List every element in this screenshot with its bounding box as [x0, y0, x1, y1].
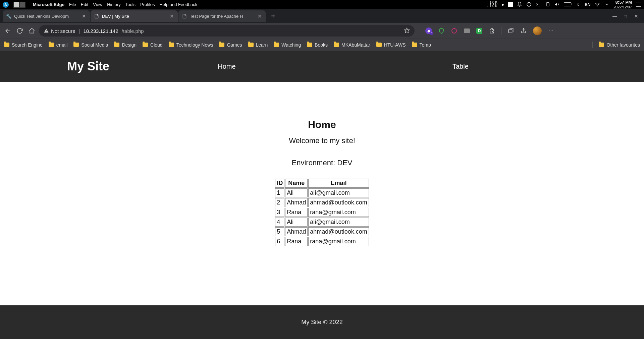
bluetooth-icon[interactable] — [575, 2, 581, 7]
bookmark-label: HTU-AWS — [384, 42, 406, 48]
folder-icon — [219, 43, 224, 47]
extension-lighthouse-icon[interactable]: ◆ — [425, 27, 432, 34]
folder-icon — [599, 43, 604, 47]
nav-home-link[interactable]: Home — [218, 63, 235, 70]
table-cell: Ali — [285, 188, 308, 197]
table-cell: 4 — [275, 218, 284, 227]
input-language[interactable]: EN — [585, 2, 591, 7]
table-cell: ahmad@outlook.com — [308, 198, 369, 207]
share-icon[interactable] — [520, 27, 527, 34]
table-header: Name — [285, 179, 308, 188]
menu-file[interactable]: File — [69, 2, 76, 7]
volume-icon[interactable] — [554, 2, 560, 7]
tray-box-icon[interactable] — [636, 2, 641, 7]
menu-help[interactable]: Help and Feedback — [159, 2, 197, 7]
svg-point-4 — [46, 32, 46, 32]
document-favicon-icon — [182, 13, 187, 19]
bookmark-folder[interactable]: MKAbuMattar — [334, 42, 370, 48]
back-button[interactable] — [4, 27, 11, 35]
maximize-window-button[interactable]: ◻ — [623, 13, 629, 19]
collections-icon[interactable] — [507, 27, 514, 34]
square-indicator-icon — [508, 2, 513, 7]
home-button[interactable] — [28, 27, 36, 35]
power-icon[interactable] — [526, 2, 532, 7]
svg-point-3 — [597, 6, 597, 6]
menu-profiles[interactable]: Profiles — [140, 2, 155, 7]
users-table: IDNameEmail 1Aliali@gmail.com2Ahmadahmad… — [274, 178, 369, 247]
extension-ublock-icon[interactable] — [451, 27, 458, 34]
bookmark-label: Books — [315, 42, 328, 48]
bookmark-folder[interactable]: Learn — [248, 42, 268, 48]
bookmark-folder[interactable]: Temp — [412, 42, 431, 48]
bookmark-folder[interactable]: Search Engine — [4, 42, 43, 48]
bookmark-folder[interactable]: Games — [219, 42, 242, 48]
extension-screenshot-icon[interactable] — [464, 27, 470, 34]
menu-edit[interactable]: Edit — [81, 2, 88, 7]
bookmark-label: Watching — [281, 42, 301, 48]
folder-icon — [73, 43, 79, 47]
table-row: 3Ranarana@gmail.com — [275, 208, 369, 217]
tab-title: Quick Test Jenkins Devlopm — [14, 14, 78, 19]
close-tab-button[interactable]: ✕ — [257, 13, 262, 19]
new-tab-button[interactable]: + — [268, 11, 278, 21]
close-window-button[interactable]: ✕ — [633, 13, 639, 19]
folder-icon — [412, 43, 417, 47]
other-favourites[interactable]: Other favourites — [599, 42, 640, 48]
bookmark-folder[interactable]: Books — [307, 42, 328, 48]
menu-tools[interactable]: Tools — [125, 2, 136, 7]
browser-tab[interactable]: 🔧 Quick Test Jenkins Devlopm ✕ — [3, 10, 90, 22]
browser-tab[interactable]: DEV | My Site ✕ — [91, 10, 178, 22]
browser-tab[interactable]: Test Page for the Apache H ✕ — [178, 10, 266, 22]
net-down: 1.0 K — [490, 4, 497, 8]
table-cell: Rana — [285, 237, 308, 246]
bookmark-folder[interactable]: Cloud — [143, 42, 163, 48]
bookmark-folder[interactable]: Social Media — [73, 42, 108, 48]
document-favicon-icon — [94, 13, 99, 19]
security-indicator[interactable]: Not secure — [44, 28, 75, 34]
favorite-button[interactable] — [404, 27, 410, 35]
close-tab-button[interactable]: ✕ — [169, 13, 174, 19]
bookmark-label: Technology News — [176, 42, 213, 48]
bookmark-folder[interactable]: HTU-AWS — [376, 42, 406, 48]
bookmark-folder[interactable]: Watching — [274, 42, 301, 48]
refresh-button[interactable] — [16, 27, 23, 35]
folder-icon — [274, 43, 279, 47]
page-heading: Home — [0, 119, 644, 130]
bookmark-folder[interactable]: Design — [114, 42, 137, 48]
browser-toolbar: Not secure | 18.233.121.142/table.php ◆ … — [0, 23, 644, 39]
security-label: Not secure — [51, 28, 75, 34]
extension-shield-icon[interactable] — [438, 27, 445, 34]
close-tab-button[interactable]: ✕ — [81, 13, 87, 19]
bookmark-folder[interactable]: Technology News — [169, 42, 213, 48]
terminal-icon[interactable] — [536, 2, 541, 7]
menu-history[interactable]: History — [107, 2, 120, 7]
chevron-down-icon[interactable] — [604, 2, 609, 7]
address-bar[interactable]: Not secure | 18.233.121.142/table.php — [39, 25, 415, 37]
extension-daily-icon[interactable]: D — [476, 28, 482, 34]
wifi-icon[interactable] — [595, 2, 600, 7]
datetime[interactable]: 8:57 PM 2022/12/07 — [613, 0, 632, 9]
minimize-window-button[interactable]: — — [612, 13, 618, 19]
bookmark-folder[interactable]: email — [49, 42, 67, 48]
notifications-icon[interactable] — [517, 2, 522, 7]
tab-title: Test Page for the Apache H — [190, 14, 254, 19]
tab-title: DEV | My Site — [102, 14, 166, 19]
folder-icon — [334, 43, 339, 47]
app-menu-button[interactable]: ⋯ — [548, 27, 554, 34]
app-name: Microsoft Edge — [33, 2, 64, 7]
menu-view[interactable]: View — [93, 2, 102, 7]
extensions-menu-icon[interactable] — [488, 27, 495, 34]
workspace-switcher[interactable] — [13, 2, 25, 8]
table-header: ID — [275, 179, 284, 188]
clipboard-icon[interactable] — [545, 2, 550, 7]
table-cell: Ahmad — [285, 227, 308, 236]
table-cell: 6 — [275, 237, 284, 246]
welcome-text: Welcome to my site! — [0, 136, 644, 145]
profile-avatar[interactable] — [533, 26, 542, 35]
nav-table-link[interactable]: Table — [452, 63, 469, 70]
table-cell: 5 — [275, 227, 284, 236]
battery-icon[interactable] — [564, 2, 571, 6]
clock-time: 8:57 PM — [613, 0, 632, 5]
table-cell: Ali — [285, 218, 308, 227]
folder-icon — [307, 43, 312, 47]
